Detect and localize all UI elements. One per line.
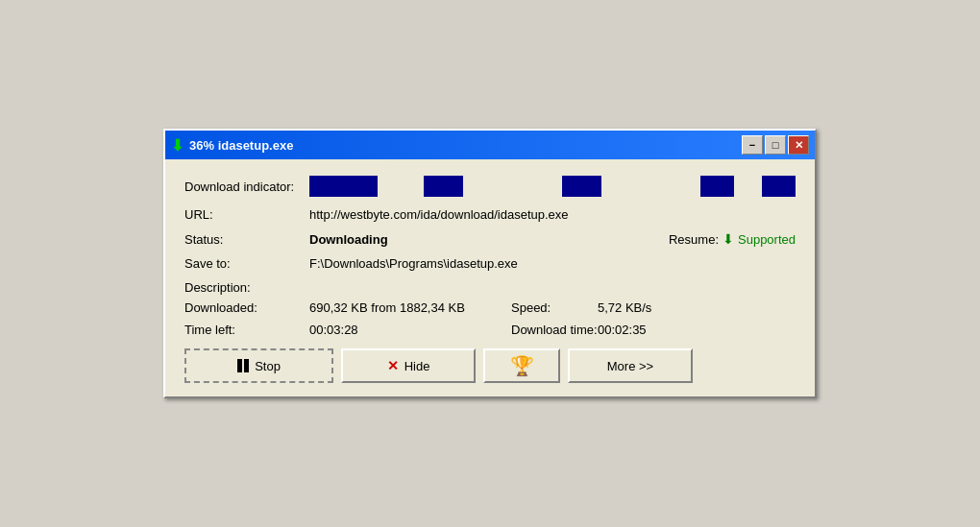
close-button[interactable]: ✕	[788, 135, 809, 155]
segment-9	[738, 176, 757, 197]
pause-bar-right	[244, 359, 249, 372]
downloaded-value: 690,32 KB from 1882,34 KB	[309, 300, 502, 315]
url-label: URL:	[184, 207, 309, 222]
maximize-button[interactable]: □	[765, 135, 786, 155]
hide-label: Hide	[404, 359, 430, 373]
resume-value: Supported	[738, 232, 796, 247]
trophy-button[interactable]: 🏆	[483, 348, 560, 383]
segment-4	[515, 176, 559, 197]
pause-icon	[237, 359, 249, 372]
url-value: http://westbyte.com/ida/download/idasetu…	[309, 207, 796, 222]
description-row: Description:	[184, 280, 796, 295]
download-time-label: Download time:	[511, 323, 598, 337]
download-indicator	[309, 175, 796, 198]
resume-label: Resume:	[669, 232, 719, 247]
hide-button[interactable]: ✕ Hide	[341, 348, 476, 383]
save-to-value: F:\Downloads\Programs\idasetup.exe	[309, 256, 796, 271]
stop-label: Stop	[255, 359, 281, 373]
trophy-icon: 🏆	[510, 354, 534, 377]
pause-bar-left	[237, 359, 242, 372]
pause-bars	[237, 359, 249, 372]
segment-2	[424, 176, 463, 197]
time-left-row: Time left: 00:03:28 Download time: 00:02…	[184, 323, 796, 337]
segment-7	[652, 176, 697, 197]
buttons-row: Stop ✕ Hide 🏆 More >>	[184, 348, 796, 383]
download-indicator-row: Download indicator:	[184, 175, 796, 198]
title-icon: ⬇	[171, 136, 184, 155]
segment-5	[562, 176, 601, 197]
window-title: 36% idasetup.exe	[189, 138, 742, 153]
downloaded-label: Downloaded:	[184, 300, 309, 315]
speed-label: Speed:	[511, 300, 598, 315]
segment-1	[381, 176, 421, 197]
segment-10	[762, 176, 796, 197]
save-to-row: Save to: F:\Downloads\Programs\idasetup.…	[184, 256, 796, 271]
window-content: Download indicator: URL: http://westbyte…	[165, 159, 815, 396]
more-label: More >>	[607, 359, 653, 373]
segment-0	[309, 176, 378, 197]
download-time-value: 00:02:35	[598, 323, 694, 337]
segment-6	[605, 176, 649, 197]
status-row: Status: Downloading Resume: ⬇ Supported	[184, 231, 796, 247]
segment-3	[467, 176, 511, 197]
time-left-label: Time left:	[184, 323, 309, 337]
download-indicator-label: Download indicator:	[184, 180, 309, 194]
resume-area: Resume: ⬇ Supported	[669, 231, 796, 247]
status-text: Downloading	[309, 232, 388, 247]
save-to-label: Save to:	[184, 256, 309, 271]
main-window: ⬇ 36% idasetup.exe − □ ✕ Download indica…	[163, 129, 817, 398]
stop-button[interactable]: Stop	[184, 348, 333, 383]
speed-value: 5,72 KB/s	[598, 300, 694, 315]
resume-icon: ⬇	[723, 231, 734, 247]
description-label: Description:	[184, 280, 309, 295]
url-row: URL: http://westbyte.com/ida/download/id…	[184, 207, 796, 222]
segment-8	[700, 176, 734, 197]
more-button[interactable]: More >>	[568, 348, 693, 383]
time-left-value: 00:03:28	[309, 323, 502, 337]
status-value: Downloading	[309, 232, 630, 247]
minimize-button[interactable]: −	[742, 135, 763, 155]
status-label: Status:	[184, 232, 309, 247]
downloaded-row: Downloaded: 690,32 KB from 1882,34 KB Sp…	[184, 300, 796, 315]
window-controls: − □ ✕	[742, 135, 809, 155]
x-icon: ✕	[387, 358, 399, 373]
title-bar: ⬇ 36% idasetup.exe − □ ✕	[165, 131, 815, 159]
